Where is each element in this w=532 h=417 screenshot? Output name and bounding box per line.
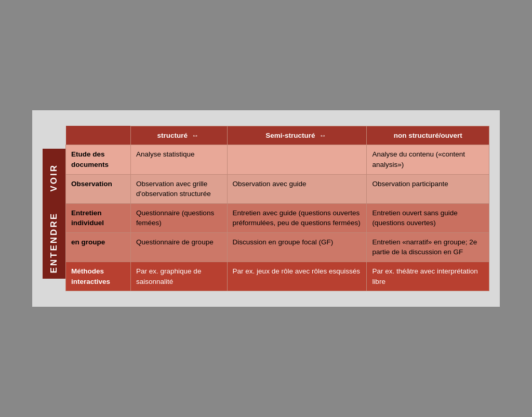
row-entretien-col1: Questionnaire (questions femées) [131, 203, 228, 232]
table-row: Entretien individuel Questionnaire (ques… [66, 203, 489, 232]
row-entretien-col2: Entretien avec guide (questions ouvertes… [227, 203, 367, 232]
page-container: VOIR ENTENDRE structuré ↔ S [32, 110, 500, 307]
row-observation-col3: Observation participante [367, 174, 489, 203]
row-groupe-col3: Entretien «narratif» en groupe; 2e parti… [367, 232, 489, 262]
voir-label: VOIR [49, 159, 59, 197]
header-empty [66, 126, 131, 145]
main-table-container: structuré ↔ Semi-structuré ↔ non structu… [65, 126, 489, 291]
row-label-etude: Etude des documents [66, 145, 131, 174]
table-layout: VOIR ENTENDRE structuré ↔ S [43, 126, 489, 291]
table-row: en groupe Questionnaire de groupe Discus… [66, 232, 489, 262]
row-label-observation: Observation [66, 174, 131, 203]
table-row: Méthodes interactives Par ex. graphique … [66, 262, 489, 291]
row-etude-col2 [227, 145, 367, 174]
header-semi: Semi-structuré ↔ [227, 126, 367, 145]
entendre-label: ENTENDRE [49, 207, 59, 279]
header-row: structuré ↔ Semi-structuré ↔ non structu… [66, 126, 489, 145]
header-structured: structuré ↔ [131, 126, 228, 145]
row-interactives-col1: Par ex. graphique de saisonnalité [131, 262, 228, 291]
row-entretien-col3: Entretien ouvert sans guide (questions o… [367, 203, 489, 232]
row-observation-col1: Observation avec grille d'observation st… [131, 174, 228, 203]
row-label-interactives: Méthodes interactives [66, 262, 131, 291]
table-row: Etude des documents Analyse statistique … [66, 145, 489, 174]
row-groupe-col1: Questionnaire de groupe [131, 232, 228, 262]
side-labels: VOIR ENTENDRE [43, 126, 65, 291]
main-table: structuré ↔ Semi-structuré ↔ non structu… [65, 126, 489, 291]
row-etude-col1: Analyse statistique [131, 145, 228, 174]
entendre-bar: ENTENDRE [43, 207, 65, 279]
header-open: non structuré/ouvert [367, 126, 489, 145]
table-row: Observation Observation avec grille d'ob… [66, 174, 489, 203]
row-groupe-col2: Discussion en groupe focal (GF) [227, 232, 367, 262]
row-label-groupe: en groupe [66, 232, 131, 262]
row-interactives-col2: Par ex. jeux de rôle avec rôles esquissé… [227, 262, 367, 291]
row-label-entretien: Entretien individuel [66, 203, 131, 232]
voir-bar: VOIR [43, 149, 65, 207]
row-etude-col3: Analyse du contenu («content analysis») [367, 145, 489, 174]
header-spacer [43, 126, 65, 149]
row-interactives-col3: Par ex. théâtre avec interprétation libr… [367, 262, 489, 291]
row-observation-col2: Observation avec guide [227, 174, 367, 203]
